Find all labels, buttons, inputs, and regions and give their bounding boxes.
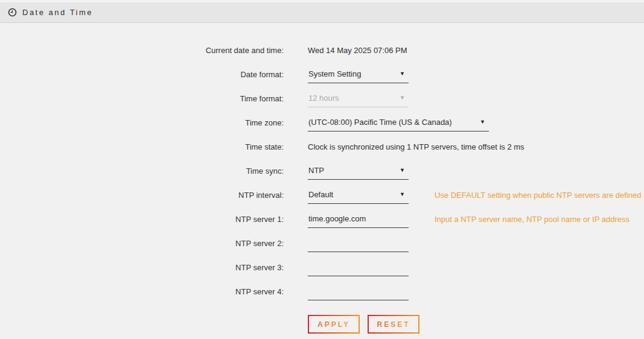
ntp-server-4-row: NTP server 4: bbox=[0, 280, 644, 304]
form-actions: APPLY RESET bbox=[308, 315, 644, 334]
ntp-interval-label: NTP interval: bbox=[0, 183, 284, 208]
time-zone-selected-value: (UTC-08:00) Pacific Time (US & Canada) bbox=[308, 118, 452, 127]
date-time-form: Current date and time: Wed 14 May 2025 0… bbox=[0, 23, 644, 334]
chevron-down-icon: ▼ bbox=[480, 119, 485, 125]
time-sync-select[interactable]: NTP ▼ bbox=[308, 161, 409, 180]
current-datetime-label: Current date and time: bbox=[0, 39, 284, 63]
chevron-down-icon: ▼ bbox=[400, 71, 405, 77]
time-format-row: Time format: 12 hours ▼ bbox=[0, 87, 644, 111]
ntp-server-2-label: NTP server 2: bbox=[0, 232, 284, 256]
ntp-interval-select[interactable]: Default ▼ bbox=[308, 185, 409, 204]
ntp-server-3-row: NTP server 3: bbox=[0, 256, 644, 280]
clock-icon bbox=[8, 8, 17, 17]
ntp-server-1-row: NTP server 1: Input a NTP server name, N… bbox=[0, 208, 644, 232]
time-state-row: Time state: Clock is synchronized using … bbox=[0, 135, 644, 159]
ntp-server-3-label: NTP server 3: bbox=[0, 256, 284, 280]
ntp-interval-selected-value: Default bbox=[308, 190, 333, 199]
time-zone-row: Time zone: (UTC-08:00) Pacific Time (US … bbox=[0, 111, 644, 135]
reset-button[interactable]: RESET bbox=[368, 315, 419, 334]
ntp-server-4-input[interactable] bbox=[308, 282, 409, 300]
ntp-server-4-label: NTP server 4: bbox=[0, 280, 284, 304]
apply-button-label: APPLY bbox=[317, 320, 350, 329]
ntp-interval-row: NTP interval: Default ▼ Use DEFAULT sett… bbox=[0, 183, 644, 208]
apply-button[interactable]: APPLY bbox=[308, 315, 360, 334]
time-sync-row: Time sync: NTP ▼ bbox=[0, 159, 644, 183]
time-zone-select[interactable]: (UTC-08:00) Pacific Time (US & Canada) ▼ bbox=[308, 113, 489, 131]
time-format-selected-value: 12 hours bbox=[308, 93, 339, 103]
date-format-select[interactable]: System Setting ▼ bbox=[308, 65, 409, 83]
date-time-page: Date and Time Current date and time: Wed… bbox=[0, 0, 644, 334]
time-sync-selected-value: NTP bbox=[308, 166, 324, 175]
ntp-server-3-input[interactable] bbox=[308, 258, 409, 276]
ntp-server-1-hint: Input a NTP server name, NTP pool name o… bbox=[435, 208, 630, 232]
date-format-row: Date format: System Setting ▼ bbox=[0, 63, 644, 87]
time-format-select: 12 hours ▼ bbox=[308, 89, 409, 107]
ntp-server-2-input[interactable] bbox=[308, 233, 409, 252]
chevron-down-icon: ▼ bbox=[400, 192, 405, 197]
date-format-selected-value: System Setting bbox=[308, 69, 361, 78]
current-datetime-row: Current date and time: Wed 14 May 2025 0… bbox=[0, 39, 644, 63]
page-header: Date and Time bbox=[0, 2, 644, 23]
date-format-label: Date format: bbox=[0, 63, 284, 87]
page-title: Date and Time bbox=[22, 8, 93, 17]
time-format-label: Time format: bbox=[0, 87, 284, 111]
reset-button-label: RESET bbox=[377, 320, 410, 329]
chevron-down-icon: ▼ bbox=[400, 95, 405, 101]
time-state-label: Time state: bbox=[0, 135, 284, 159]
current-datetime-value: Wed 14 May 2025 07:06 PM bbox=[308, 39, 407, 63]
ntp-server-2-row: NTP server 2: bbox=[0, 232, 644, 256]
time-zone-label: Time zone: bbox=[0, 111, 284, 135]
ntp-server-1-label: NTP server 1: bbox=[0, 208, 284, 232]
time-state-value: Clock is synchronized using 1 NTP server… bbox=[308, 135, 524, 159]
ntp-server-1-input[interactable] bbox=[308, 209, 409, 228]
chevron-down-icon: ▼ bbox=[400, 168, 405, 173]
ntp-interval-hint: Use DEFAULT setting when public NTP serv… bbox=[435, 183, 642, 208]
time-sync-label: Time sync: bbox=[0, 159, 284, 183]
